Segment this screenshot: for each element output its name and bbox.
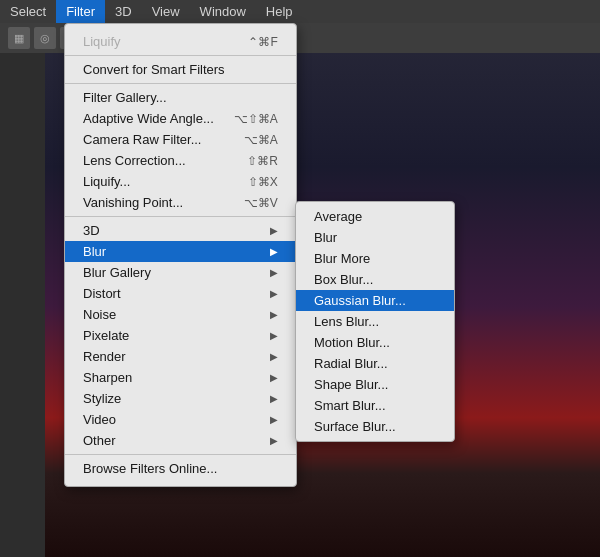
menu-window[interactable]: Window (190, 0, 256, 23)
menu-3d[interactable]: 3D (105, 0, 142, 23)
menu-item-adaptive-wide[interactable]: Adaptive Wide Angle... ⌥⇧⌘A (65, 108, 296, 129)
menu-item-convert-smart[interactable]: Convert for Smart Filters (65, 59, 296, 80)
menu-help[interactable]: Help (256, 0, 303, 23)
menu-item-lens-correction[interactable]: Lens Correction... ⇧⌘R (65, 150, 296, 171)
menu-item-sharpen[interactable]: Sharpen ▶ (65, 367, 296, 388)
menu-item-noise[interactable]: Noise ▶ (65, 304, 296, 325)
menu-item-filter-gallery[interactable]: Filter Gallery... (65, 87, 296, 108)
submenu-item-lens-blur[interactable]: Lens Blur... (296, 311, 454, 332)
section-smart-filters: Convert for Smart Filters (65, 56, 296, 84)
filter-dropdown: Liquify ⌃⌘F Convert for Smart Filters Fi… (64, 23, 297, 487)
section-gallery: Filter Gallery... Adaptive Wide Angle...… (65, 84, 296, 217)
blur-submenu: Average Blur Blur More Box Blur... Gauss… (295, 201, 455, 442)
submenu-item-radial-blur[interactable]: Radial Blur... (296, 353, 454, 374)
menu-item-stylize[interactable]: Stylize ▶ (65, 388, 296, 409)
filter-menu: Liquify ⌃⌘F Convert for Smart Filters Fi… (64, 23, 297, 487)
submenu-item-motion-blur[interactable]: Motion Blur... (296, 332, 454, 353)
submenu-item-blur-more[interactable]: Blur More (296, 248, 454, 269)
submenu-item-gaussian-blur[interactable]: Gaussian Blur... (296, 290, 454, 311)
section-browse: Browse Filters Online... (65, 455, 296, 482)
toolbar-icon-2: ◎ (34, 27, 56, 49)
menu-item-other[interactable]: Other ▶ (65, 430, 296, 451)
menu-item-render[interactable]: Render ▶ (65, 346, 296, 367)
menu-item-blur-gallery[interactable]: Blur Gallery ▶ (65, 262, 296, 283)
section-liquify: Liquify ⌃⌘F (65, 28, 296, 56)
menu-item-browse-online[interactable]: Browse Filters Online... (65, 458, 296, 479)
submenu-item-shape-blur[interactable]: Shape Blur... (296, 374, 454, 395)
menu-item-camera-raw[interactable]: Camera Raw Filter... ⌥⌘A (65, 129, 296, 150)
section-categories: 3D ▶ Blur ▶ Blur Gallery ▶ Distort ▶ Noi… (65, 217, 296, 455)
menu-item-blur[interactable]: Blur ▶ (65, 241, 296, 262)
menu-select[interactable]: Select (0, 0, 56, 23)
menu-item-3d[interactable]: 3D ▶ (65, 220, 296, 241)
submenu-item-average[interactable]: Average (296, 206, 454, 227)
submenu-item-blur[interactable]: Blur (296, 227, 454, 248)
menu-item-liquify-sub[interactable]: Liquify... ⇧⌘X (65, 171, 296, 192)
toolbar-icon-1: ▦ (8, 27, 30, 49)
menu-item-pixelate[interactable]: Pixelate ▶ (65, 325, 296, 346)
menu-item-video[interactable]: Video ▶ (65, 409, 296, 430)
menu-item-distort[interactable]: Distort ▶ (65, 283, 296, 304)
submenu-item-smart-blur[interactable]: Smart Blur... (296, 395, 454, 416)
menu-item-liquify[interactable]: Liquify ⌃⌘F (65, 31, 296, 52)
menu-bar: Select Filter 3D View Window Help (0, 0, 600, 23)
menu-item-vanishing-point[interactable]: Vanishing Point... ⌥⌘V (65, 192, 296, 213)
menu-view[interactable]: View (142, 0, 190, 23)
menu-filter[interactable]: Filter (56, 0, 105, 23)
submenu-item-box-blur[interactable]: Box Blur... (296, 269, 454, 290)
submenu-item-surface-blur[interactable]: Surface Blur... (296, 416, 454, 437)
tools-panel (0, 53, 45, 557)
